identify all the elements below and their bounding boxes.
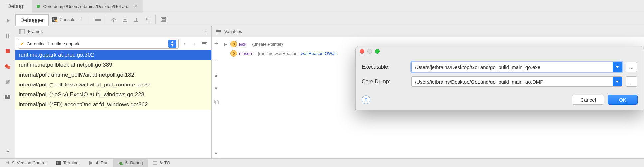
- up-icon[interactable]: ▲: [214, 73, 218, 78]
- frame-item[interactable]: runtime.gopark at proc.go:302: [15, 50, 211, 60]
- add-watch-icon[interactable]: +: [214, 40, 218, 48]
- window-close-icon[interactable]: [360, 49, 364, 54]
- svg-rect-8: [8, 95, 10, 97]
- layout-icon[interactable]: [4, 93, 12, 101]
- evaluate-icon[interactable]: [158, 13, 169, 26]
- svg-rect-2: [6, 49, 10, 53]
- bug-icon: [118, 161, 123, 165]
- goroutine-row: ✔ Goroutine 1 runtime.gopark ▲▼ ↑ ↓: [15, 37, 211, 50]
- sb-terminal[interactable]: Terminal: [51, 159, 84, 167]
- window-zoom-icon[interactable]: [375, 49, 380, 54]
- step-over-icon[interactable]: [108, 13, 119, 26]
- svg-rect-0: [6, 34, 7, 38]
- debug-label: Debug:: [0, 3, 32, 9]
- remove-watch-icon[interactable]: −: [214, 56, 218, 64]
- svg-point-4: [7, 66, 10, 69]
- run-to-cursor-icon[interactable]: [142, 13, 153, 26]
- sb-version-control[interactable]: 9: Version Control: [0, 159, 51, 167]
- status-bar: 9: Version Control Terminal 4: Run 5: De…: [0, 158, 644, 167]
- tab-console[interactable]: Console →|: [49, 13, 85, 26]
- run-icon: [88, 161, 94, 165]
- copy-icon[interactable]: [214, 100, 219, 104]
- top-tab-bar: Debug: Core dump /Users/jetbrains/Deskto…: [0, 0, 644, 13]
- frame-item[interactable]: internal/poll.(*ioSrv).ExecIO at fd_wind…: [15, 90, 211, 100]
- vcs-icon: [5, 161, 10, 165]
- param-badge-icon: p: [230, 41, 237, 47]
- coredump-label: Core Dump:: [362, 79, 408, 84]
- browse-executable-button[interactable]: ...: [626, 62, 637, 72]
- window-minimize-icon: [367, 49, 372, 54]
- prev-frame-icon[interactable]: ↑: [180, 39, 189, 48]
- variables-panel: Variables + − ▲ ▼ » ▶: [212, 26, 644, 158]
- frames-panel: Frames →| ✔ Goroutine 1 runtime.gopark ▲…: [15, 26, 212, 158]
- expand-tri-icon[interactable]: ▶: [224, 42, 228, 47]
- help-button[interactable]: ?: [362, 95, 370, 104]
- debug-side-toolbar: »: [0, 13, 15, 158]
- run-config-tab[interactable]: Core dump /Users/jetbrains/Desktop/GoLan…: [32, 0, 143, 13]
- vars-gutter: + − ▲ ▼ »: [212, 37, 221, 158]
- variables-icon: [215, 28, 222, 35]
- chevron-updown-icon: ▲▼: [168, 40, 176, 48]
- svg-point-24: [163, 20, 164, 21]
- terminal-icon: [56, 161, 61, 165]
- executable-label: Executable:: [362, 64, 408, 70]
- frame-item[interactable]: internal/poll.runtime_pollWait at netpol…: [15, 70, 211, 80]
- dialog-titlebar[interactable]: [356, 46, 644, 56]
- app-root: Debug: Core dump /Users/jetbrains/Deskto…: [0, 0, 644, 167]
- svg-rect-21: [161, 17, 166, 21]
- frame-item[interactable]: internal/poll.(*FD).acceptOne at fd_wind…: [15, 100, 211, 110]
- frame-item[interactable]: internal/poll.(*pollDesc).wait at fd_pol…: [15, 80, 211, 90]
- run-config-title: Core dump /Users/jetbrains/Desktop/GoLan…: [43, 4, 131, 9]
- mute-breakpoints-icon[interactable]: [4, 78, 12, 86]
- sb-debug[interactable]: 5: Debug: [113, 159, 148, 167]
- filter-icon[interactable]: [200, 39, 209, 48]
- close-icon[interactable]: ✕: [134, 4, 138, 9]
- step-out-icon[interactable]: [131, 13, 142, 26]
- svg-rect-22: [162, 18, 165, 19]
- step-into-icon[interactable]: [119, 13, 131, 26]
- frame-list: runtime.gopark at proc.go:302 runtime.ne…: [15, 50, 211, 158]
- variables-header: Variables: [212, 26, 644, 37]
- svg-rect-1: [8, 34, 9, 38]
- status-dot-icon: [37, 5, 40, 8]
- frames-icon: [19, 28, 25, 35]
- svg-rect-36: [56, 161, 61, 165]
- ok-button[interactable]: OK: [608, 95, 638, 105]
- threads-icon[interactable]: [92, 13, 104, 26]
- expand-icon[interactable]: »: [4, 147, 12, 155]
- goroutine-select[interactable]: ✔ Goroutine 1 runtime.gopark ▲▼: [18, 39, 179, 49]
- next-frame-icon[interactable]: ↓: [190, 39, 199, 48]
- resume-icon[interactable]: [4, 17, 12, 25]
- executable-field[interactable]: /Users/jetbrains/Desktop/GoLand/go_build…: [411, 62, 622, 72]
- todo-icon: [152, 161, 158, 165]
- console-icon: [52, 17, 57, 22]
- go-to-source-icon[interactable]: →|: [201, 28, 208, 35]
- svg-rect-9: [5, 97, 10, 99]
- coredump-field[interactable]: /Users/jetbrains/Desktop/GoLand/go_build…: [411, 76, 622, 87]
- browse-coredump-button[interactable]: ...: [626, 76, 637, 87]
- sb-todo[interactable]: 6: TO: [148, 159, 175, 167]
- stop-icon[interactable]: [4, 47, 12, 55]
- svg-point-23: [162, 20, 163, 21]
- svg-rect-7: [5, 95, 7, 97]
- svg-rect-27: [19, 29, 21, 34]
- expand-icon[interactable]: »: [215, 150, 217, 155]
- frames-header: Frames →|: [15, 26, 211, 37]
- chevron-down-icon[interactable]: [613, 62, 622, 72]
- pause-icon[interactable]: [4, 32, 12, 40]
- open-core-dump-dialog: Executable: /Users/jetbrains/Desktop/GoL…: [355, 46, 644, 110]
- chevron-down-icon[interactable]: [613, 77, 622, 86]
- param-badge-icon: p: [230, 50, 237, 57]
- cancel-button[interactable]: Cancel: [572, 95, 604, 105]
- svg-rect-35: [215, 101, 218, 104]
- tab-debugger[interactable]: Debugger: [15, 14, 49, 26]
- breakpoints-icon[interactable]: [4, 63, 12, 71]
- svg-point-25: [164, 20, 165, 21]
- check-icon: ✔: [20, 41, 24, 46]
- debug-toolbar: Debugger Console →|: [15, 13, 644, 26]
- down-icon[interactable]: ▼: [214, 86, 218, 91]
- sb-run[interactable]: 4: Run: [84, 159, 113, 167]
- frame-item[interactable]: runtime.netpollblock at netpoll.go:389: [15, 60, 211, 70]
- go-to-icon: →|: [77, 17, 82, 22]
